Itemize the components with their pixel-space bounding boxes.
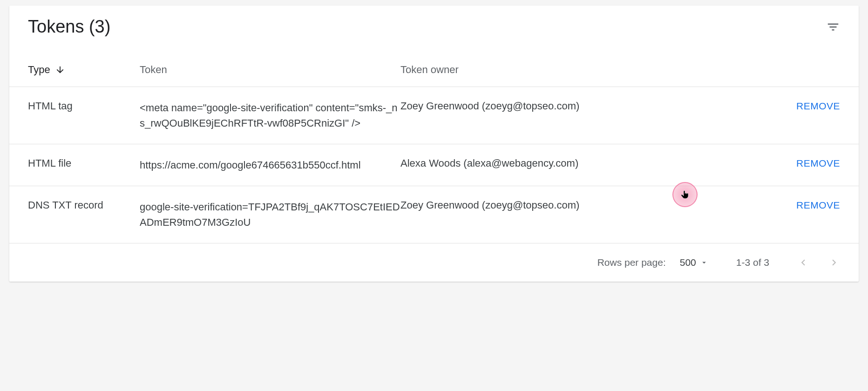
table-row: DNS TXT record google-site-verification=… <box>9 186 859 243</box>
table-row: HTML file https://acme.com/google6746656… <box>9 144 859 186</box>
rows-per-page-value: 500 <box>680 257 696 268</box>
table-row: HTML tag <meta name="google-site-verific… <box>9 87 859 144</box>
page-title: Tokens (3) <box>28 17 110 37</box>
cell-owner: Alexa Woods (alexa@webagency.com) <box>400 157 775 169</box>
column-header-owner[interactable]: Token owner <box>400 64 775 76</box>
column-header-type-label: Type <box>28 64 50 76</box>
rows-per-page: Rows per page: 500 <box>597 257 708 268</box>
dropdown-arrow-icon <box>700 258 708 267</box>
column-header-token[interactable]: Token <box>140 62 400 77</box>
sort-arrow-down-icon <box>55 65 65 75</box>
filter-icon[interactable] <box>826 20 840 34</box>
rows-per-page-select[interactable]: 500 <box>680 257 708 268</box>
cell-token: google-site-verification=TFJPA2TBf9j_qAK… <box>140 199 400 230</box>
remove-button[interactable]: REMOVE <box>796 200 840 211</box>
previous-page-button[interactable] <box>797 256 809 269</box>
column-header-type[interactable]: Type <box>28 64 140 76</box>
card-header: Tokens (3) <box>9 6 859 51</box>
remove-button[interactable]: REMOVE <box>796 158 840 169</box>
cell-token: https://acme.com/google674665631b550ccf.… <box>140 157 400 173</box>
tokens-card: Tokens (3) Type Token Token owner HTML t… <box>9 6 859 282</box>
cell-token: <meta name="google-site-verification" co… <box>140 100 400 131</box>
rows-per-page-label: Rows per page: <box>597 257 666 268</box>
pagination-bar: Rows per page: 500 1-3 of 3 <box>9 243 859 282</box>
cell-type: DNS TXT record <box>28 199 140 211</box>
table-header-row: Type Token Token owner <box>9 51 859 87</box>
cell-owner: Zoey Greenwood (zoeyg@topseo.com) <box>400 199 775 211</box>
next-page-button[interactable] <box>828 256 840 269</box>
pagination-range: 1-3 of 3 <box>736 257 769 268</box>
remove-button[interactable]: REMOVE <box>796 101 840 112</box>
cell-type: HTML file <box>28 157 140 169</box>
cell-owner: Zoey Greenwood (zoeyg@topseo.com) <box>400 100 775 112</box>
cell-type: HTML tag <box>28 100 140 112</box>
